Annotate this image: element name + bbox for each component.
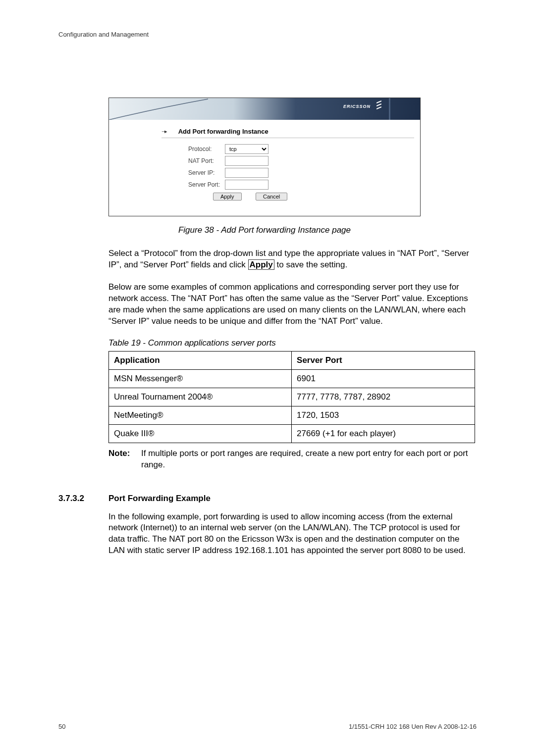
nat-port-input[interactable]: [225, 156, 268, 166]
ericsson-logo-text: ERICSSON: [343, 104, 371, 109]
running-header: Configuration and Management: [58, 31, 477, 38]
server-ip-label: Server IP:: [188, 169, 225, 176]
ericsson-logo-stripes: [376, 100, 381, 113]
svg-line-2: [376, 107, 381, 109]
screenshot-figure: ERICSSON ···▸ Add Port forwarding Instan…: [108, 98, 421, 216]
section-number: 3.7.3.2: [58, 494, 108, 504]
svg-line-0: [376, 101, 381, 103]
footer-reference: 1/1551-CRH 102 168 Uen Rev A 2008-12-16: [349, 723, 477, 730]
logo-banner: ERICSSON: [109, 98, 420, 120]
table-header-row: Application Server Port: [109, 351, 475, 369]
form-title: ···▸ Add Port forwarding Instance: [161, 127, 414, 138]
ports-table: Application Server Port MSN Messenger®69…: [108, 351, 475, 443]
breadcrumb-arrow-icon: ···▸: [161, 128, 167, 135]
server-port-input[interactable]: [225, 180, 268, 190]
col-application: Application: [109, 351, 292, 369]
col-server-port: Server Port: [292, 351, 475, 369]
form-title-text: Add Port forwarding Instance: [178, 128, 268, 135]
note: Note: If multiple ports or port ranges a…: [108, 448, 475, 471]
figure-caption: Figure 38 - Add Port forwarding Instance…: [108, 225, 421, 235]
svg-line-1: [376, 104, 381, 106]
protocol-select[interactable]: tcp: [225, 144, 268, 154]
note-label: Note:: [108, 448, 141, 471]
paragraph-2: Below are some examples of common applic…: [108, 282, 475, 327]
nat-port-label: NAT Port:: [188, 157, 225, 164]
note-text: If multiple ports or port ranges are req…: [141, 448, 475, 471]
table-row: Quake III®27669 (+1 for each player): [109, 424, 475, 443]
paragraph-3: In the following example, port forwardin…: [108, 511, 475, 557]
server-ip-input[interactable]: [225, 168, 268, 178]
table-row: MSN Messenger®6901: [109, 369, 475, 388]
apply-button[interactable]: Apply: [213, 193, 242, 201]
section-title: Port Forwarding Example: [108, 494, 211, 504]
table-caption: Table 19 - Common applications server po…: [108, 338, 477, 348]
paragraph-1: Select a “Protocol” from the drop-down l…: [108, 248, 475, 271]
apply-inline-button: Apply: [248, 259, 274, 270]
table-row: Unreal Tournament 2004®7777, 7778, 7787,…: [109, 388, 475, 406]
protocol-label: Protocol:: [188, 146, 225, 152]
cancel-button[interactable]: Cancel: [256, 193, 287, 201]
page-number: 50: [58, 723, 65, 730]
server-port-label: Server Port:: [188, 181, 225, 188]
table-row: NetMeeting®1720, 1503: [109, 406, 475, 424]
